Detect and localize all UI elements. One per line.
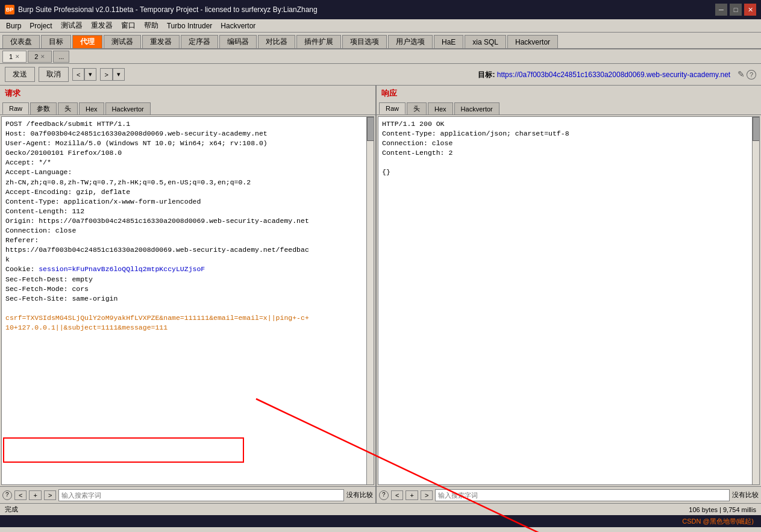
target-url: https://0a7f003b04c24851c16330a2008d0069… [497,70,730,79]
response-scrollbar-thumb [753,117,760,141]
request-tab-hex[interactable]: Hex [79,102,104,114]
status-right: 106 bytes | 9,754 millis [689,506,756,513]
param-red-box [3,437,244,463]
response-text-editor[interactable]: HTTP/1.1 200 OK Content-Type: applicatio… [378,116,760,485]
request-search-bar: ? < + > 没有比较 [0,486,375,503]
tab-repeater[interactable]: 重发器 [142,35,180,48]
main-tabs: 仪表盘 目标 代理 测试器 重发器 定序器 编码器 对比器 插件扩展 项目选项 … [0,33,761,49]
response-search-next[interactable]: > [421,490,433,500]
request-tab-raw[interactable]: Raw [2,102,29,114]
close-tab-2-icon[interactable]: ✕ [40,54,45,60]
cookie-value: session=kFuPnavBz6loQQllq2mtpKccyLUZjsoF [39,265,205,273]
menu-window[interactable]: 窗口 [117,19,139,32]
tab-user-options[interactable]: 用户选项 [388,35,433,48]
tab-hackvertor2[interactable]: Hackvertor [507,35,558,48]
response-search-status: 没有比较 [732,490,759,499]
request-tab-hackvertor[interactable]: Hackvertor [105,102,151,114]
response-tab-hex[interactable]: Hex [428,102,453,114]
nav-back-dropdown[interactable]: ▾ [84,68,96,81]
tab-target[interactable]: 目标 [41,35,71,48]
nav-back-button[interactable]: < [72,68,84,81]
send-button[interactable]: 发送 [5,67,35,82]
target-area: 目标: https://0a7f003b04c24851c16330a2008d… [128,69,756,80]
minimize-button[interactable]: ─ [715,4,727,16]
nav-fwd-dropdown[interactable]: ▾ [113,68,125,81]
request-panel: 请求 Raw 参数 头 Hex Hackvertor POST /feedbac… [0,86,377,503]
watermark-text: CSDN @黑色地带(崛起) [682,517,754,526]
title-bar: BP Burp Suite Professional v2.0.11beta -… [0,0,761,19]
response-search-next-plus[interactable]: + [406,490,418,500]
content-area: 请求 Raw 参数 头 Hex Hackvertor POST /feedbac… [0,86,761,503]
tab-decoder[interactable]: 编码器 [219,35,257,48]
request-line-1: POST /feedback/submit HTTP/1.1 Host: 0a7… [5,120,309,331]
menu-burp[interactable]: Burp [2,20,25,31]
menu-project[interactable]: Project [26,20,55,31]
watermark-bar: CSDN @黑色地带(崛起) [0,515,761,527]
response-search-help[interactable]: ? [379,490,389,500]
request-content: POST /feedback/submit HTTP/1.1 Host: 0a7… [2,117,374,335]
sub-tab-2[interactable]: 2 ✕ [28,51,52,63]
menu-hackvertor[interactable]: Hackvertor [217,20,259,31]
nav-fwd-group: > ▾ [100,68,124,81]
request-label: 请求 [0,86,375,101]
menu-tester[interactable]: 测试器 [57,19,86,32]
close-tab-1-icon[interactable]: ✕ [15,54,20,60]
request-search-input[interactable] [58,489,344,501]
tab-hae[interactable]: HaE [434,35,463,48]
request-search-next-plus[interactable]: + [29,490,41,500]
request-search-next[interactable]: > [44,490,56,500]
edit-target-icon[interactable]: ✎ [738,69,745,79]
tab-xia-sql[interactable]: xia SQL [465,35,506,48]
response-search-input[interactable] [435,489,730,501]
request-search-prev[interactable]: < [14,490,27,500]
nav-back-group: < ▾ [72,68,96,81]
request-tab-headers[interactable]: 头 [58,102,78,114]
window-title: Burp Suite Professional v2.0.11beta - Te… [18,5,318,14]
request-scrollbar-thumb [367,117,374,141]
status-bar: 完成 106 bytes | 9,754 millis [0,503,761,515]
response-content: HTTP/1.1 200 OK Content-Type: applicatio… [378,117,759,180]
response-panel: 响应 Raw 头 Hex Hackvertor HTTP/1.1 200 OK … [377,86,761,503]
maximize-button[interactable]: □ [730,4,742,16]
tab-dashboard[interactable]: 仪表盘 [2,35,40,48]
response-tab-raw[interactable]: Raw [379,102,406,114]
tab-sequencer[interactable]: 定序器 [181,35,218,48]
param-line: csrf=TXVSIdsMG4SLjQulY2oM9yakHfLVXPZE&na… [5,314,309,331]
sub-tab-more[interactable]: ... [53,51,69,63]
response-search-bar: ? < + > 没有比较 [377,486,761,503]
nav-fwd-button[interactable]: > [100,68,112,81]
tab-comparer[interactable]: 对比器 [258,35,295,48]
menu-repeater[interactable]: 重发器 [87,19,116,32]
menu-bar: Burp Project 测试器 重发器 窗口 帮助 Turbo Intrude… [0,19,761,33]
response-search-prev[interactable]: < [391,490,403,500]
menu-help[interactable]: 帮助 [140,19,162,32]
cancel-button[interactable]: 取消 [39,67,69,82]
help-icon[interactable]: ? [747,70,756,80]
request-search-status: 没有比较 [346,490,373,499]
close-button[interactable]: ✕ [744,4,756,16]
tab-project-options[interactable]: 项目选项 [342,35,387,48]
response-label: 响应 [377,86,761,101]
status-left: 完成 [5,505,18,514]
request-search-help[interactable]: ? [2,490,12,500]
request-tab-params[interactable]: 参数 [30,102,57,114]
sub-tabs: 1 ✕ 2 ✕ ... [0,49,761,64]
response-tab-headers[interactable]: 头 [407,102,427,114]
burp-icon: BP [5,5,14,14]
response-tab-hackvertor[interactable]: Hackvertor [454,102,500,114]
menu-turbo[interactable]: Turbo Intruder [163,20,216,31]
tab-proxy[interactable]: 代理 [72,35,102,48]
response-editor-tabs: Raw 头 Hex Hackvertor [377,101,761,115]
title-bar-controls: ─ □ ✕ [715,4,756,16]
response-scrollbar[interactable] [752,117,759,484]
request-scrollbar[interactable] [366,117,374,484]
target-label: 目标: [478,70,495,79]
toolbar: 发送 取消 < ▾ > ▾ 目标: https://0a7f003b04c248… [0,64,761,86]
tab-extender[interactable]: 插件扩展 [296,35,341,48]
request-text-editor[interactable]: POST /feedback/submit HTTP/1.1 Host: 0a7… [1,116,374,485]
sub-tab-1[interactable]: 1 ✕ [2,51,27,63]
title-bar-left: BP Burp Suite Professional v2.0.11beta -… [5,5,318,14]
request-editor-tabs: Raw 参数 头 Hex Hackvertor [0,101,375,115]
tab-scanner[interactable]: 测试器 [104,35,141,48]
